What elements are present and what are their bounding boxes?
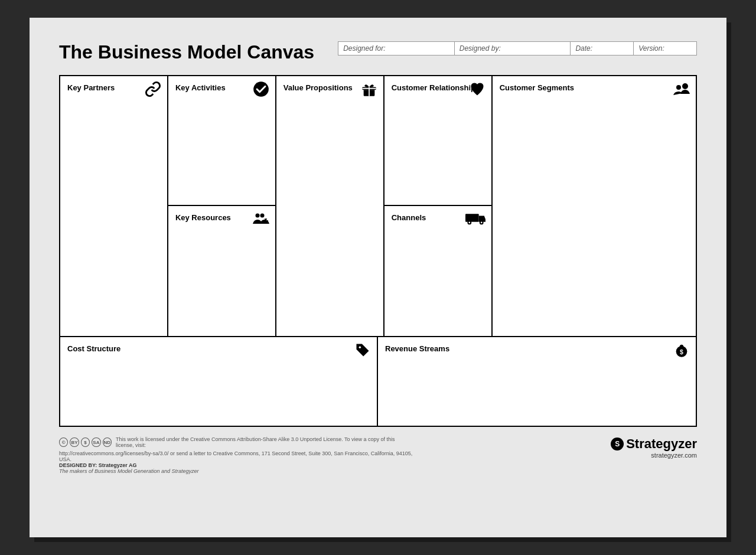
svg-point-13: [468, 222, 470, 224]
channels-cell[interactable]: Channels: [384, 206, 491, 336]
footer-tagline: The makers of Business Model Generation …: [59, 468, 413, 474]
brand-name: Strategyzer: [626, 436, 697, 452]
cc-icon-cc: ©: [59, 438, 68, 447]
svg-point-15: [682, 83, 688, 89]
heart-icon: [469, 81, 485, 97]
canvas: Key Partners Key Activities: [59, 75, 697, 427]
cost-structure-column: Cost Structure: [60, 337, 378, 426]
cc-icon-nc: $: [81, 438, 90, 447]
canvas-top-row: Key Partners Key Activities: [60, 76, 696, 337]
footer-left: © BY $ SA ND This work is licensed under…: [59, 436, 413, 474]
svg-point-0: [253, 81, 269, 97]
footer: © BY $ SA ND This work is licensed under…: [59, 436, 697, 474]
key-resources-cell[interactable]: Key Resources: [168, 206, 275, 336]
key-partners-column: Key Partners: [60, 76, 168, 336]
footer-designed-by: DESIGNED BY: Strategyzer AG: [59, 462, 413, 468]
page-wrapper: The Business Model Canvas Designed for: …: [30, 18, 726, 537]
customer-relationships-label: Customer Relationships: [392, 83, 480, 92]
cost-structure-cell[interactable]: Cost Structure: [60, 337, 377, 426]
value-propositions-column: Value Propositions: [276, 76, 384, 336]
logo-icon: S: [611, 438, 624, 450]
segments-icon: [673, 81, 690, 97]
license-text: This work is licensed under the Creative…: [116, 436, 413, 448]
key-activities-label: Key Activities: [175, 83, 226, 92]
cc-icons: © BY $ SA ND This work is licensed under…: [59, 436, 413, 448]
revenue-streams-cell[interactable]: Revenue Streams $: [378, 337, 696, 426]
designed-by-field[interactable]: Designed by:: [455, 42, 571, 55]
tag-icon: [354, 342, 371, 358]
footer-right: S Strategyzer strategyzer.com: [611, 436, 697, 459]
canvas-bottom-row: Cost Structure Revenue Streams: [60, 337, 696, 426]
channels-label: Channels: [392, 213, 426, 222]
version-field[interactable]: Version:: [634, 42, 696, 55]
customer-relationships-cell[interactable]: Customer Relationships: [384, 76, 491, 206]
cr-channels-column: Customer Relationships Channels: [384, 76, 493, 336]
svg-point-17: [359, 347, 361, 349]
truck-icon: [465, 211, 485, 225]
customer-segments-cell[interactable]: Customer Segments: [493, 76, 696, 336]
gift-icon: [361, 81, 377, 97]
cc-icon-by: BY: [70, 438, 79, 447]
svg-point-2: [260, 214, 264, 218]
money-icon: $: [673, 342, 690, 358]
resources-icon: [253, 211, 269, 227]
revenue-streams-column: Revenue Streams $: [378, 337, 696, 426]
checkmark-icon: [253, 81, 269, 97]
strategyzer-logo: S Strategyzer: [611, 436, 697, 452]
svg-point-16: [676, 85, 681, 90]
svg-text:$: $: [680, 348, 683, 355]
link-icon: [145, 81, 161, 97]
key-partners-label: Key Partners: [67, 83, 115, 92]
header: The Business Model Canvas Designed for: …: [59, 41, 697, 63]
activities-resources-column: Key Activities Key Resources: [168, 76, 276, 336]
svg-rect-10: [465, 214, 479, 222]
meta-fields: Designed for: Designed by: Date: Version…: [338, 41, 697, 56]
revenue-streams-label: Revenue Streams: [385, 344, 449, 353]
svg-rect-3: [263, 220, 268, 224]
cost-structure-label: Cost Structure: [67, 344, 120, 353]
key-resources-label: Key Resources: [175, 213, 231, 222]
customer-segments-label: Customer Segments: [500, 83, 574, 92]
designed-for-field[interactable]: Designed for:: [338, 42, 455, 55]
cc-icon-nd: ND: [103, 438, 112, 447]
value-propositions-label: Value Propositions: [284, 83, 353, 92]
date-field[interactable]: Date:: [571, 42, 634, 55]
license-url: http://creativecommons.org/licenses/by-s…: [59, 450, 413, 462]
customer-segments-column: Customer Segments: [493, 76, 696, 336]
cc-icon-sa: SA: [92, 438, 100, 447]
page-title: The Business Model Canvas: [59, 41, 314, 63]
key-partners-cell[interactable]: Key Partners: [60, 76, 167, 336]
value-propositions-cell[interactable]: Value Propositions: [276, 76, 383, 336]
svg-point-1: [255, 214, 259, 218]
key-activities-cell[interactable]: Key Activities: [168, 76, 275, 206]
strategyzer-url: strategyzer.com: [611, 452, 697, 459]
svg-point-14: [480, 222, 482, 224]
